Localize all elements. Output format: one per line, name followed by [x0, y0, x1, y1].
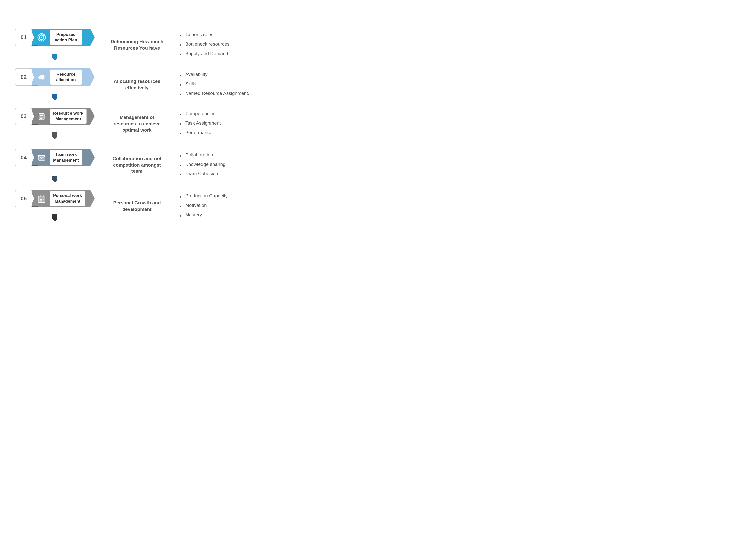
bullet-text-1-1: Generic roles	[185, 31, 213, 38]
bullet-dot-icon: •	[179, 161, 185, 169]
desc-row-4: Collaboration and not competition amongs…	[109, 143, 164, 187]
bullet-text-4-2: Knowledge sharing	[185, 161, 226, 168]
step-arrow-3	[50, 131, 59, 140]
step-label-3: Resource work Management	[50, 108, 87, 124]
descriptions-column: Determining How much Resources You haveA…	[109, 22, 164, 225]
desc-row-5: Personal Growth and development	[109, 187, 164, 225]
list-item: •Task Assignment	[179, 120, 221, 128]
list-item: •Mastery	[179, 211, 228, 220]
main-layout: 01 Proposed action Plan 02 Resource allo…	[15, 22, 359, 225]
bullets-row-4: •Collaboration•Knowledge sharing•Team Co…	[179, 143, 359, 187]
list-item: •Generic roles	[179, 31, 231, 39]
step-ribbon-1: Proposed action Plan	[30, 29, 95, 46]
list-item: •Availability	[179, 71, 249, 79]
bullet-group-5: •Production Capacity•Motivation•Mastery	[179, 192, 228, 220]
step-wrapper-3: 03 Resource work Management	[15, 102, 95, 141]
step-label-4: Team work Management	[50, 150, 82, 165]
step-arrow-1	[50, 53, 59, 62]
list-item: •Performance	[179, 129, 221, 138]
step-icon-2	[35, 71, 48, 83]
bullet-dot-icon: •	[179, 41, 185, 49]
bullets-row-1: •Generic roles•Bottleneck resources.•Sup…	[179, 25, 359, 65]
bullet-dot-icon: •	[179, 110, 185, 119]
desc-row-1: Determining How much Resources You have	[109, 25, 164, 65]
bullet-text-4-3: Team Cohesion	[185, 170, 218, 178]
step-wrapper-2: 02 Resource allocation	[15, 62, 95, 102]
bullets-column: •Generic roles•Bottleneck resources.•Sup…	[179, 22, 359, 225]
bullet-dot-icon: •	[179, 212, 185, 220]
desc-text-5: Personal Growth and development	[109, 199, 164, 212]
bullet-group-2: •Availability•Skills•Named Resource Assi…	[179, 71, 249, 98]
step-arrow-4	[50, 175, 59, 184]
svg-rect-14	[38, 155, 45, 160]
list-item: •Supply and Demand	[179, 50, 231, 58]
svg-rect-20	[40, 199, 41, 200]
step-icon-5	[35, 192, 48, 205]
list-item: •Team Cohesion	[179, 170, 226, 179]
step-item-2: 02 Resource allocation	[15, 62, 95, 92]
step-arrow-5	[50, 213, 59, 222]
bullet-dot-icon: •	[179, 202, 185, 210]
bullet-text-2-1: Availability	[185, 71, 207, 78]
bullets-row-5: •Production Capacity•Motivation•Mastery	[179, 187, 359, 225]
list-item: •Knowledge sharing	[179, 161, 226, 169]
step-item-4: 04 Team work Management	[15, 141, 95, 174]
bullet-text-5-1: Production Capacity	[185, 192, 228, 199]
list-item: •Production Capacity	[179, 192, 228, 201]
bullet-text-1-2: Bottleneck resources.	[185, 41, 231, 48]
step-item-1: 01 Proposed action Plan	[15, 22, 95, 52]
bullet-text-1-3: Supply and Demand	[185, 50, 228, 57]
step-number-4: 04	[15, 149, 32, 166]
svg-point-2	[41, 36, 42, 38]
bullet-dot-icon: •	[179, 170, 185, 179]
step-label-2: Resource allocation	[50, 70, 82, 85]
svg-marker-5	[52, 54, 57, 61]
step-label-1: Proposed action Plan	[50, 30, 82, 45]
bullet-text-3-1: Competencies	[185, 110, 215, 117]
bullet-text-3-3: Performance	[185, 129, 212, 136]
svg-marker-25	[52, 214, 57, 221]
step-wrapper-1: 01 Proposed action Plan	[15, 22, 95, 62]
desc-text-2: Allocating resources effectively	[109, 78, 164, 91]
svg-rect-23	[40, 201, 41, 202]
svg-marker-15	[52, 176, 57, 183]
step-ribbon-5: Personal work Management	[30, 190, 95, 207]
bullet-text-2-3: Named Resource Assignment.	[185, 90, 249, 97]
desc-text-3: Management of resources to achieve optim…	[109, 114, 164, 133]
list-item: •Bottleneck resources.	[179, 41, 231, 49]
step-wrapper-5: 05 Personal work Management	[15, 184, 95, 223]
svg-rect-9	[41, 113, 43, 114]
step-icon-4	[35, 151, 48, 164]
bullet-dot-icon: •	[179, 71, 185, 79]
step-number-1: 01	[15, 29, 32, 46]
step-item-5: 05 Personal work Management	[15, 184, 95, 213]
step-ribbon-2: Resource allocation	[30, 69, 95, 86]
bullet-text-5-3: Mastery	[185, 211, 202, 218]
bullet-dot-icon: •	[179, 193, 185, 201]
bullet-text-3-2: Task Assignment	[185, 120, 221, 127]
step-icon-1	[35, 31, 48, 44]
step-item-3: 03 Resource work Management	[15, 102, 95, 131]
step-label-5: Personal work Management	[50, 191, 85, 206]
bullet-dot-icon: •	[179, 90, 185, 98]
list-item: •Named Resource Assignment.	[179, 90, 249, 98]
step-ribbon-3: Resource work Management	[30, 108, 95, 125]
bullets-row-3: •Competencies•Task Assignment•Performanc…	[179, 105, 359, 143]
step-wrapper-4: 04 Team work Management	[15, 141, 95, 184]
bullets-row-2: •Availability•Skills•Named Resource Assi…	[179, 65, 359, 105]
bullet-text-2-2: Skills	[185, 80, 196, 88]
bullet-dot-icon: •	[179, 31, 185, 39]
bullet-dot-icon: •	[179, 81, 185, 89]
desc-text-4: Collaboration and not competition amongs…	[109, 155, 164, 175]
desc-text-1: Determining How much Resources You have	[109, 38, 164, 51]
step-number-5: 05	[15, 190, 32, 207]
list-item: •Collaboration	[179, 151, 226, 160]
svg-rect-22	[43, 199, 44, 200]
step-icon-3	[35, 110, 48, 123]
bullet-text-4-1: Collaboration	[185, 151, 213, 159]
svg-rect-24	[41, 201, 43, 202]
svg-rect-21	[41, 199, 43, 200]
bullet-dot-icon: •	[179, 50, 185, 58]
bullet-dot-icon: •	[179, 120, 185, 128]
step-ribbon-4: Team work Management	[30, 149, 95, 166]
